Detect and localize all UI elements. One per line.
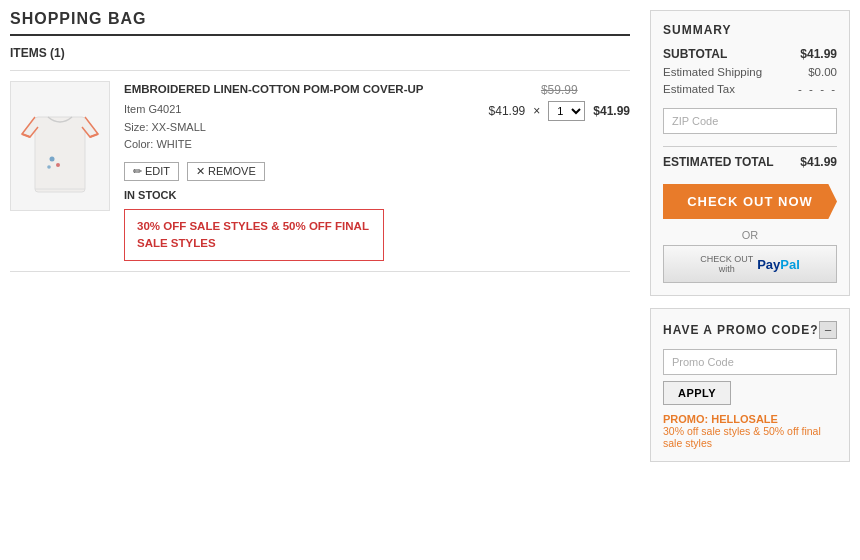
remove-icon: ✕ [196, 165, 205, 178]
price-sale: $41.99 [489, 104, 526, 118]
tax-label: Estimated Tax [663, 83, 735, 95]
promo-applied-name: PROMO: HELLOSALE [663, 413, 837, 425]
item-size: Size: XX-SMALL [124, 119, 475, 137]
zip-input[interactable] [663, 108, 837, 134]
total-row: ESTIMATED TOTAL $41.99 [663, 146, 837, 169]
item-color: Color: WHITE [124, 136, 475, 154]
total-label: ESTIMATED TOTAL [663, 155, 774, 169]
price-sale-row: $41.99 × 1 2 3 $41.99 [489, 101, 630, 121]
remove-button[interactable]: ✕ REMOVE [187, 162, 265, 181]
promo-toggle-button[interactable]: − [819, 321, 837, 339]
promo-applied-desc: 30% off sale styles & 50% off final sale… [663, 425, 837, 449]
cart-item: EMBROIDERED LINEN-COTTON POM-POM COVER-U… [10, 70, 630, 272]
price-total: $41.99 [593, 104, 630, 118]
item-number: Item G4021 [124, 101, 475, 119]
subtotal-value: $41.99 [800, 47, 837, 61]
promo-title: HAVE A PROMO CODE? [663, 323, 819, 337]
subtotal-label: SUBTOTAL [663, 47, 727, 61]
promo-applied: PROMO: HELLOSALE 30% off sale styles & 5… [663, 413, 837, 449]
svg-rect-0 [35, 117, 85, 192]
page-title: SHOPPING BAG [10, 10, 630, 36]
apply-button[interactable]: APPLY [663, 381, 731, 405]
price-original: $59.99 [541, 83, 578, 97]
item-image [10, 81, 110, 211]
item-name: EMBROIDERED LINEN-COTTON POM-POM COVER-U… [124, 81, 475, 97]
tax-row: Estimated Tax - - - - [663, 83, 837, 95]
edit-icon: ✏ [133, 165, 142, 178]
total-value: $41.99 [800, 155, 837, 169]
checkout-button[interactable]: CHECK OUT NOW [663, 184, 837, 219]
promo-input[interactable] [663, 349, 837, 375]
shipping-value: $0.00 [808, 66, 837, 78]
paypal-button[interactable]: CHECK OUTwith PayPal [663, 245, 837, 283]
promo-header: HAVE A PROMO CODE? − [663, 321, 837, 339]
sidebar: SUMMARY SUBTOTAL $41.99 Estimated Shippi… [650, 10, 860, 462]
or-text: OR [663, 229, 837, 241]
price-row: $59.99 [541, 83, 578, 97]
item-details: EMBROIDERED LINEN-COTTON POM-POM COVER-U… [124, 81, 475, 261]
promo-box: HAVE A PROMO CODE? − APPLY PROMO: HELLOS… [650, 308, 850, 462]
stock-status: IN STOCK [124, 189, 475, 201]
items-header: ITEMS (1) [10, 46, 630, 60]
quantity-select[interactable]: 1 2 3 [548, 101, 585, 121]
edit-button[interactable]: ✏ EDIT [124, 162, 179, 181]
product-image-svg [20, 89, 100, 204]
summary-box: SUMMARY SUBTOTAL $41.99 Estimated Shippi… [650, 10, 850, 296]
svg-point-5 [47, 165, 51, 169]
promo-banner: 30% OFF SALE STYLES & 50% OFF FINAL SALE… [124, 209, 384, 262]
paypal-prefix: CHECK OUTwith [700, 254, 753, 274]
shipping-label: Estimated Shipping [663, 66, 762, 78]
tax-value: - - - - [798, 83, 837, 95]
item-actions: ✏ EDIT ✕ REMOVE [124, 162, 475, 181]
shipping-row: Estimated Shipping $0.00 [663, 66, 837, 78]
paypal-logo: PayPal [757, 257, 800, 272]
item-price-column: $59.99 $41.99 × 1 2 3 $41.99 [489, 81, 630, 121]
summary-title: SUMMARY [663, 23, 837, 37]
times-symbol: × [533, 104, 540, 118]
main-content: SHOPPING BAG ITEMS (1) [10, 10, 650, 462]
subtotal-row: SUBTOTAL $41.99 [663, 47, 837, 61]
svg-point-3 [50, 156, 55, 161]
svg-point-4 [56, 163, 60, 167]
